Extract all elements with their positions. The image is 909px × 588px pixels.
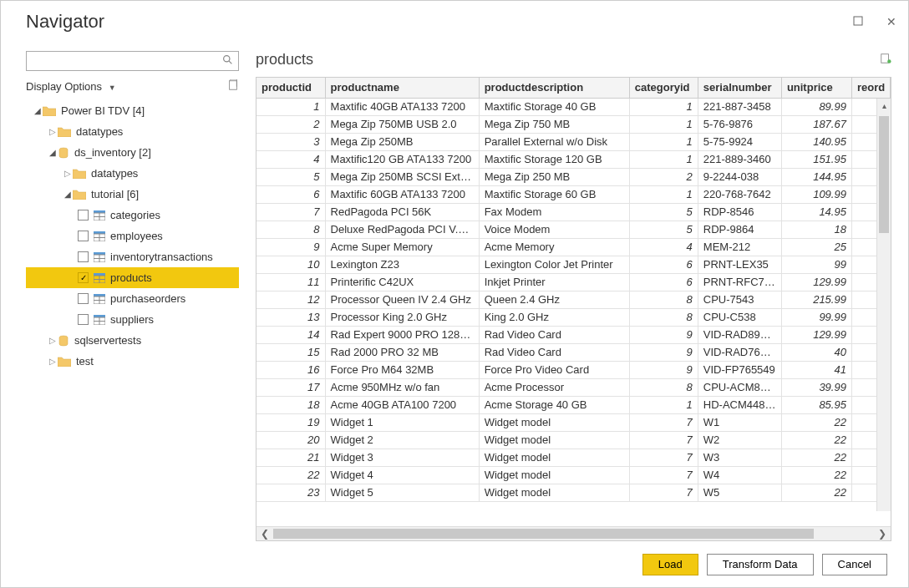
chevron-down-icon[interactable]: ◢ xyxy=(48,148,58,157)
table-row[interactable]: 12Processor Queen IV 2.4 GHzQueen 2.4 GH… xyxy=(256,291,891,308)
checkbox[interactable] xyxy=(78,231,89,241)
cell-unitprice: 18 xyxy=(781,220,851,238)
table-row[interactable]: 3Mega Zip 250MBParallel External w/o Dis… xyxy=(256,133,891,150)
scroll-up-icon[interactable]: ▴ xyxy=(877,99,891,113)
checkbox[interactable] xyxy=(78,293,89,304)
table-row[interactable]: 1Maxtific 40GB ATA133 7200Maxtific Stora… xyxy=(256,98,891,115)
search-icon[interactable] xyxy=(217,54,238,68)
cell-productdescription: Acme Storage 40 GB xyxy=(479,396,629,413)
load-button[interactable]: Load xyxy=(642,554,698,575)
tree-table-products[interactable]: products xyxy=(26,267,239,288)
cell-serialnumber: W4 xyxy=(698,466,781,484)
cell-productdescription: Rad Video Card xyxy=(479,326,629,343)
tree-node-power-bi-tdv-4-[interactable]: ◢Power BI TDV [4] xyxy=(26,100,239,121)
cell-productdescription: Maxtific Storage 40 GB xyxy=(479,98,629,115)
table-row[interactable]: 11Printerific C42UXInkjet Printer6PRNT-R… xyxy=(256,273,891,291)
table-row[interactable]: 5Mega Zip 250MB SCSI ExternalMega Zip 25… xyxy=(256,168,891,185)
chevron-right-icon[interactable]: ▷ xyxy=(48,357,58,366)
scroll-thumb-horizontal[interactable] xyxy=(273,529,814,539)
cell-serialnumber: MEM-212 xyxy=(698,238,781,256)
column-header-categoryid[interactable]: categoryid xyxy=(629,78,698,98)
tree-item-label: categories xyxy=(110,209,160,221)
table-row[interactable]: 9Acme Super MemoryAcme Memory4MEM-21225 xyxy=(256,238,891,256)
cell-unitprice: 25 xyxy=(781,238,851,256)
table-row[interactable]: 2Mega Zip 750MB USB 2.0Mega Zip 750 MB15… xyxy=(256,115,891,133)
tree-node-ds-inventory-2-[interactable]: ◢ds_inventory [2] xyxy=(26,142,239,163)
cell-productid: 7 xyxy=(256,203,325,220)
cell-productname: Maxtific120 GB ATA133 7200 xyxy=(325,150,479,168)
tree-node-test[interactable]: ▷test xyxy=(26,351,239,372)
table-row[interactable]: 6Maxtific 60GB ATA133 7200Maxtific Stora… xyxy=(256,185,891,203)
close-icon[interactable]: ✕ xyxy=(875,15,908,28)
table-row[interactable]: 15Rad 2000 PRO 32 MBRad Video Card9VID-R… xyxy=(256,343,891,361)
table-row[interactable]: 13Processor King 2.0 GHzKing 2.0 GHz8CPU… xyxy=(256,308,891,326)
cell-productdescription: Acme Processor xyxy=(479,378,629,396)
checkbox[interactable] xyxy=(78,314,89,325)
column-header-serialnumber[interactable]: serialnumber xyxy=(698,78,781,98)
display-options-button[interactable]: Display Options ▼ xyxy=(26,80,116,93)
table-row[interactable]: 8Deluxe RedPagoda PCI V.90 56KVoice Mode… xyxy=(256,220,891,238)
titlebar: Navigator ✕ xyxy=(1,1,908,43)
column-header-reord[interactable]: reord xyxy=(851,78,890,98)
column-header-productdescription[interactable]: productdescription xyxy=(479,78,629,98)
chevron-down-icon[interactable]: ◢ xyxy=(63,190,73,199)
table-row[interactable]: 19Widget 1Widget model7W122 xyxy=(256,413,891,431)
checkbox[interactable] xyxy=(78,251,89,262)
table-row[interactable]: 21Widget 3Widget model7W322 xyxy=(256,449,891,466)
scroll-right-icon[interactable]: ❯ xyxy=(874,528,891,540)
tree-table-categories[interactable]: categories xyxy=(26,205,239,226)
chevron-right-icon[interactable]: ▷ xyxy=(48,127,58,136)
vertical-scrollbar[interactable]: ▴ xyxy=(876,99,891,511)
tree-item-label: inventorytransactions xyxy=(110,251,213,263)
cell-categoryid: 6 xyxy=(629,256,698,273)
table-row[interactable]: 18Acme 40GB ATA100 7200Acme Storage 40 G… xyxy=(256,396,891,413)
chevron-down-icon[interactable]: ◢ xyxy=(33,106,43,115)
cell-productdescription: Acme Memory xyxy=(479,238,629,256)
checkbox[interactable] xyxy=(78,272,89,283)
horizontal-scrollbar[interactable]: ❮ ❯ xyxy=(256,526,891,540)
cell-categoryid: 1 xyxy=(629,185,698,203)
transform-data-button[interactable]: Transform Data xyxy=(707,554,814,575)
table-row[interactable]: 17Acme 950MHz w/o fanAcme Processor8CPU-… xyxy=(256,378,891,396)
refresh-icon[interactable] xyxy=(227,79,239,94)
search-box[interactable] xyxy=(26,51,239,71)
cell-categoryid: 6 xyxy=(629,273,698,291)
cell-serialnumber: 5-75-9924 xyxy=(698,133,781,150)
tree-table-inventorytransactions[interactable]: inventorytransactions xyxy=(26,246,239,267)
tree-node-tutorial-6-[interactable]: ◢tutorial [6] xyxy=(26,184,239,205)
minimize-icon[interactable] xyxy=(841,15,875,28)
table-row[interactable]: 20Widget 2Widget model7W222 xyxy=(256,431,891,449)
table-row[interactable]: 16Force Pro M64 32MBForce Pro Video Card… xyxy=(256,361,891,378)
table-row[interactable]: 7RedPagoda PCI 56KFax Modem5RDP-854614.9… xyxy=(256,203,891,220)
column-header-productid[interactable]: productid xyxy=(256,78,325,98)
table-row[interactable]: 10Lexington Z23Lexington Color Jet Print… xyxy=(256,256,891,273)
scroll-left-icon[interactable]: ❮ xyxy=(256,528,273,540)
column-header-productname[interactable]: productname xyxy=(325,78,479,98)
table-row[interactable]: 4Maxtific120 GB ATA133 7200Maxtific Stor… xyxy=(256,150,891,168)
checkbox[interactable] xyxy=(78,210,89,220)
tree-table-employees[interactable]: employees xyxy=(26,226,239,246)
folder-icon xyxy=(73,169,86,179)
search-input[interactable] xyxy=(27,52,217,70)
cancel-button[interactable]: Cancel xyxy=(822,554,887,575)
tree-node-datatypes[interactable]: ▷datatypes xyxy=(26,163,239,184)
cell-unitprice: 129.99 xyxy=(781,326,851,343)
tree-node-sqlservertests[interactable]: ▷sqlservertests xyxy=(26,330,239,351)
data-grid-scroll[interactable]: productidproductnameproductdescriptionca… xyxy=(256,78,891,526)
cell-productdescription: Voice Modem xyxy=(479,220,629,238)
chevron-right-icon[interactable]: ▷ xyxy=(48,336,58,345)
tree-table-purchaseorders[interactable]: purchaseorders xyxy=(26,288,239,309)
table-row[interactable]: 23Widget 5Widget model7W522 xyxy=(256,484,891,501)
preview-action-icon[interactable] xyxy=(880,53,891,67)
scroll-thumb-vertical[interactable] xyxy=(879,116,889,233)
tree-table-suppliers[interactable]: suppliers xyxy=(26,309,239,330)
table-row[interactable]: 14Rad Expert 9000 PRO 128 MBRad Video Ca… xyxy=(256,326,891,343)
cell-serialnumber: CPU-ACM8733 xyxy=(698,378,781,396)
table-row[interactable]: 22Widget 4Widget model7W422 xyxy=(256,466,891,484)
column-header-unitprice[interactable]: unitprice xyxy=(781,78,851,98)
cell-categoryid: 7 xyxy=(629,431,698,449)
tree-node-datatypes[interactable]: ▷datatypes xyxy=(26,121,239,142)
database-icon xyxy=(58,335,69,347)
cell-productname: Lexington Z23 xyxy=(325,256,479,273)
chevron-right-icon[interactable]: ▷ xyxy=(63,169,73,178)
